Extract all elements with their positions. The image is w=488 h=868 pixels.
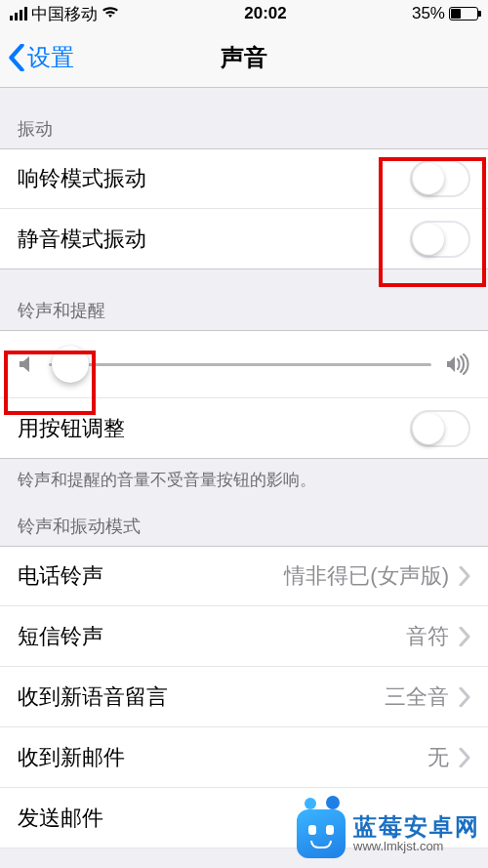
volume-low-icon [18,354,35,374]
row-new-voicemail[interactable]: 收到新语音留言 三全音 [0,667,488,727]
back-button[interactable]: 设置 [8,42,74,73]
volume-slider[interactable] [49,363,431,366]
back-label: 设置 [27,42,74,73]
row-ringtone[interactable]: 电话铃声 情非得已(女声版) [0,546,488,606]
section-header-pattern: 铃声和振动模式 [0,497,488,546]
row-new-mail-value: 无 [427,743,449,772]
row-new-voicemail-value: 三全音 [385,682,449,712]
toggle-button-adjust[interactable] [410,410,470,447]
chevron-right-icon [459,687,470,707]
battery-percent-label: 35% [412,4,445,23]
chevron-left-icon [8,44,25,71]
row-text-tone[interactable]: 短信铃声 音符 [0,606,488,667]
row-button-adjust: 用按钮调整 [0,398,488,459]
status-bar: 中国移动 20:02 35% [0,0,488,27]
row-button-adjust-label: 用按钮调整 [18,414,125,443]
chevron-right-icon [459,748,470,767]
status-left: 中国移动 [10,3,119,25]
nav-bar: 设置 声音 [0,27,488,88]
row-text-tone-label: 短信铃声 [18,622,103,651]
page-title: 声音 [221,42,267,73]
toggle-silent-vibrate[interactable] [410,221,470,258]
watermark-logo-icon [297,809,346,858]
row-silent-vibrate: 静音模式振动 [0,209,488,269]
row-silent-vibrate-label: 静音模式振动 [18,225,146,254]
row-volume-slider [0,330,488,398]
row-ringtone-label: 电话铃声 [18,561,103,591]
row-ring-vibrate: 响铃模式振动 [0,148,488,209]
ringer-footer: 铃声和提醒的音量不受音量按钮的影响。 [0,459,488,497]
row-ringtone-value: 情非得已(女声版) [284,561,449,591]
carrier-label: 中国移动 [31,3,98,25]
section-header-ringer: 铃声和提醒 [0,269,488,330]
chevron-right-icon [459,627,470,646]
battery-icon [449,7,478,21]
row-new-voicemail-label: 收到新语音留言 [18,682,168,712]
chevron-right-icon [459,566,470,586]
row-ring-vibrate-label: 响铃模式振动 [18,164,146,193]
watermark-url: www.lmkjst.com [353,840,480,853]
watermark-title: 蓝莓安卓网 [353,814,480,840]
toggle-ring-vibrate[interactable] [410,160,470,197]
row-new-mail[interactable]: 收到新邮件 无 [0,727,488,788]
wifi-icon [102,5,119,22]
row-sent-mail-label: 发送邮件 [18,804,103,833]
volume-high-icon [445,353,470,375]
clock-label: 20:02 [244,4,286,23]
row-text-tone-value: 音符 [406,622,449,651]
row-new-mail-label: 收到新邮件 [18,743,125,772]
signal-strength-icon [10,7,27,21]
status-right: 35% [412,4,478,23]
volume-slider-thumb[interactable] [52,346,89,383]
watermark: 蓝莓安卓网 www.lmkjst.com [297,809,480,858]
section-header-vibration: 振动 [0,88,488,148]
